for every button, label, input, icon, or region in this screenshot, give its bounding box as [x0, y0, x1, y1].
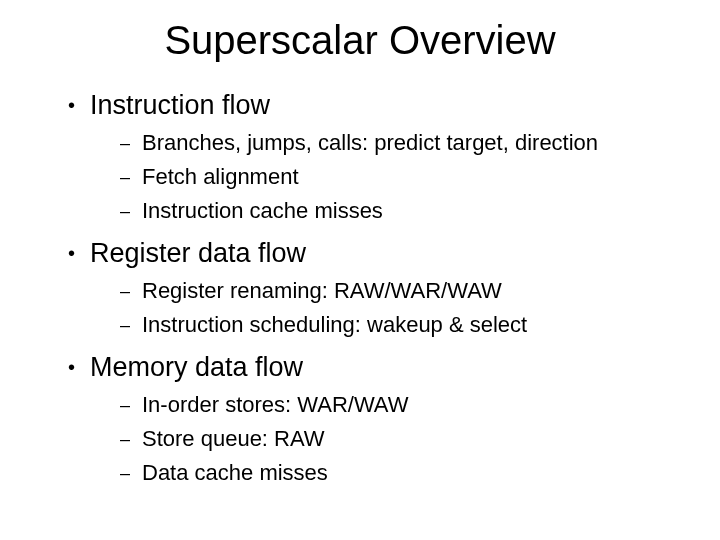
bullet-icon: • — [68, 237, 90, 269]
dash-icon: – — [120, 129, 142, 157]
list-item: – Data cache misses — [120, 459, 680, 487]
section-heading: • Memory data flow — [68, 351, 680, 383]
list-item: – Store queue: RAW — [120, 425, 680, 453]
section-heading-text: Instruction flow — [90, 89, 270, 121]
list-item-text: In-order stores: WAR/WAW — [142, 391, 408, 419]
bullet-icon: • — [68, 351, 90, 383]
section-items: – Branches, jumps, calls: predict target… — [120, 129, 680, 225]
dash-icon: – — [120, 197, 142, 225]
list-item-text: Instruction scheduling: wakeup & select — [142, 311, 527, 339]
list-item: – In-order stores: WAR/WAW — [120, 391, 680, 419]
list-item: – Instruction scheduling: wakeup & selec… — [120, 311, 680, 339]
list-item-text: Store queue: RAW — [142, 425, 325, 453]
section-heading: • Instruction flow — [68, 89, 680, 121]
list-item: – Instruction cache misses — [120, 197, 680, 225]
list-item-text: Instruction cache misses — [142, 197, 383, 225]
dash-icon: – — [120, 277, 142, 305]
section-heading-text: Register data flow — [90, 237, 306, 269]
slide-title: Superscalar Overview — [80, 18, 640, 63]
slide-content: • Instruction flow – Branches, jumps, ca… — [40, 89, 680, 487]
section-items: – Register renaming: RAW/WAR/WAW – Instr… — [120, 277, 680, 339]
bullet-icon: • — [68, 89, 90, 121]
list-item-text: Register renaming: RAW/WAR/WAW — [142, 277, 502, 305]
section-heading: • Register data flow — [68, 237, 680, 269]
list-item: – Branches, jumps, calls: predict target… — [120, 129, 680, 157]
dash-icon: – — [120, 459, 142, 487]
dash-icon: – — [120, 391, 142, 419]
list-item-text: Fetch alignment — [142, 163, 299, 191]
slide: Superscalar Overview • Instruction flow … — [0, 0, 720, 540]
section-heading-text: Memory data flow — [90, 351, 303, 383]
dash-icon: – — [120, 425, 142, 453]
section-items: – In-order stores: WAR/WAW – Store queue… — [120, 391, 680, 487]
list-item: – Fetch alignment — [120, 163, 680, 191]
dash-icon: – — [120, 163, 142, 191]
list-item-text: Data cache misses — [142, 459, 328, 487]
list-item-text: Branches, jumps, calls: predict target, … — [142, 129, 598, 157]
dash-icon: – — [120, 311, 142, 339]
list-item: – Register renaming: RAW/WAR/WAW — [120, 277, 680, 305]
